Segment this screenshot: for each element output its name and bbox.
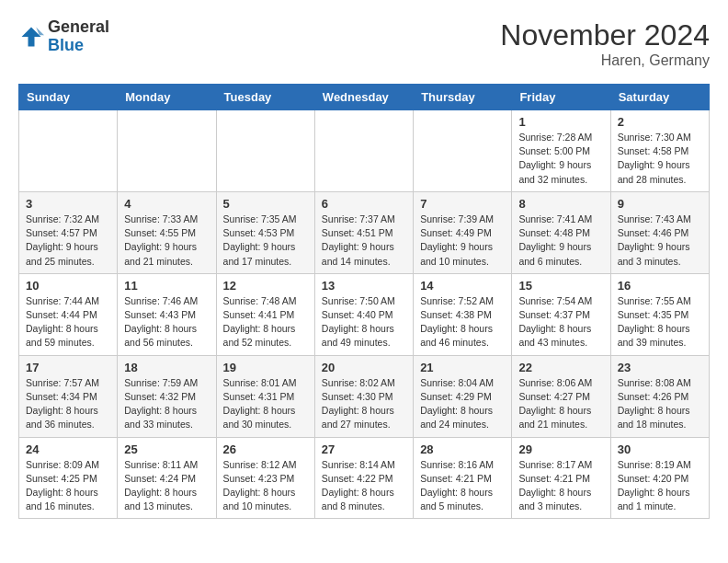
table-cell: 10Sunrise: 7:44 AMSunset: 4:44 PMDayligh… [19,273,118,355]
table-cell [414,110,512,192]
table-cell: 30Sunrise: 8:19 AMSunset: 4:20 PMDayligh… [610,437,709,519]
table-cell: 12Sunrise: 7:48 AMSunset: 4:41 PMDayligh… [216,273,314,355]
day-number: 5 [223,197,308,211]
day-number: 29 [518,442,603,456]
day-number: 20 [322,361,406,374]
title-block: November 2024 Haren, Germany [500,18,710,69]
week-row-1: 1Sunrise: 7:28 AMSunset: 5:00 PMDaylight… [19,110,710,192]
day-info: Sunrise: 7:46 AMSunset: 4:43 PMDaylight:… [124,294,209,350]
day-info: Sunrise: 7:39 AMSunset: 4:49 PMDaylight:… [420,213,505,269]
day-number: 4 [124,197,209,211]
day-info: Sunrise: 8:11 AMSunset: 4:24 PMDaylight:… [124,458,209,514]
day-info: Sunrise: 8:02 AMSunset: 4:30 PMDaylight:… [322,376,406,432]
day-number: 26 [223,442,308,456]
day-info: Sunrise: 8:14 AMSunset: 4:22 PMDaylight:… [322,458,406,514]
table-cell: 6Sunrise: 7:37 AMSunset: 4:51 PMDaylight… [314,191,413,273]
table-cell: 2Sunrise: 7:30 AMSunset: 4:58 PMDaylight… [610,110,709,192]
day-info: Sunrise: 7:52 AMSunset: 4:38 PMDaylight:… [420,294,505,350]
day-number: 25 [124,442,209,456]
location: Haren, Germany [500,52,710,69]
day-info: Sunrise: 7:44 AMSunset: 4:44 PMDaylight:… [26,294,110,350]
day-info: Sunrise: 7:35 AMSunset: 4:53 PMDaylight:… [223,213,308,269]
day-info: Sunrise: 8:16 AMSunset: 4:21 PMDaylight:… [420,458,505,514]
day-number: 11 [124,279,209,293]
day-number: 22 [518,361,603,374]
day-number: 30 [618,442,702,456]
day-number: 3 [26,197,110,211]
table-cell: 17Sunrise: 7:57 AMSunset: 4:34 PMDayligh… [19,355,118,437]
day-info: Sunrise: 7:33 AMSunset: 4:55 PMDaylight:… [124,213,209,269]
day-info: Sunrise: 8:19 AMSunset: 4:20 PMDaylight:… [618,458,702,514]
day-number: 23 [618,361,702,374]
day-number: 7 [420,197,505,211]
day-number: 12 [223,279,308,293]
day-info: Sunrise: 8:08 AMSunset: 4:26 PMDaylight:… [618,376,702,432]
logo-icon [18,24,44,50]
table-cell: 11Sunrise: 7:46 AMSunset: 4:43 PMDayligh… [118,273,216,355]
day-number: 18 [124,361,209,374]
table-cell [314,110,413,192]
logo-text: General Blue [48,18,109,55]
day-number: 21 [420,361,505,374]
col-tuesday: Tuesday [216,85,314,110]
logo: General Blue [18,18,109,55]
table-cell: 24Sunrise: 8:09 AMSunset: 4:25 PMDayligh… [19,437,118,519]
day-number: 9 [618,197,702,211]
day-info: Sunrise: 7:54 AMSunset: 4:37 PMDaylight:… [518,294,603,350]
table-cell: 23Sunrise: 8:08 AMSunset: 4:26 PMDayligh… [610,355,709,437]
day-info: Sunrise: 8:09 AMSunset: 4:25 PMDaylight:… [26,458,110,514]
table-cell: 20Sunrise: 8:02 AMSunset: 4:30 PMDayligh… [314,355,413,437]
day-info: Sunrise: 8:01 AMSunset: 4:31 PMDaylight:… [223,376,308,432]
header-row: Sunday Monday Tuesday Wednesday Thursday… [19,85,710,110]
table-cell: 3Sunrise: 7:32 AMSunset: 4:57 PMDaylight… [19,191,118,273]
day-info: Sunrise: 7:59 AMSunset: 4:32 PMDaylight:… [124,376,209,432]
day-number: 19 [223,361,308,374]
table-cell: 29Sunrise: 8:17 AMSunset: 4:21 PMDayligh… [512,437,610,519]
table-cell [19,110,118,192]
day-info: Sunrise: 7:28 AMSunset: 5:00 PMDaylight:… [518,131,603,187]
day-number: 13 [322,279,406,293]
day-number: 28 [420,442,505,456]
day-number: 8 [518,197,603,211]
table-cell: 21Sunrise: 8:04 AMSunset: 4:29 PMDayligh… [414,355,512,437]
col-monday: Monday [118,85,216,110]
calendar-table: Sunday Monday Tuesday Wednesday Thursday… [18,84,710,519]
table-cell: 28Sunrise: 8:16 AMSunset: 4:21 PMDayligh… [414,437,512,519]
day-number: 1 [518,115,603,129]
week-row-3: 10Sunrise: 7:44 AMSunset: 4:44 PMDayligh… [19,273,710,355]
table-cell: 5Sunrise: 7:35 AMSunset: 4:53 PMDaylight… [216,191,314,273]
table-cell: 4Sunrise: 7:33 AMSunset: 4:55 PMDaylight… [118,191,216,273]
day-info: Sunrise: 7:37 AMSunset: 4:51 PMDaylight:… [322,213,406,269]
day-number: 14 [420,279,505,293]
day-info: Sunrise: 8:06 AMSunset: 4:27 PMDaylight:… [518,376,603,432]
col-friday: Friday [512,85,610,110]
table-cell [216,110,314,192]
day-number: 17 [26,361,110,374]
day-info: Sunrise: 8:12 AMSunset: 4:23 PMDaylight:… [223,458,308,514]
col-wednesday: Wednesday [314,85,413,110]
day-number: 6 [322,197,406,211]
table-cell: 27Sunrise: 8:14 AMSunset: 4:22 PMDayligh… [314,437,413,519]
month-title: November 2024 [500,18,710,52]
table-cell: 25Sunrise: 8:11 AMSunset: 4:24 PMDayligh… [118,437,216,519]
day-number: 27 [322,442,406,456]
week-row-4: 17Sunrise: 7:57 AMSunset: 4:34 PMDayligh… [19,355,710,437]
day-info: Sunrise: 7:50 AMSunset: 4:40 PMDaylight:… [322,294,406,350]
day-info: Sunrise: 7:55 AMSunset: 4:35 PMDaylight:… [618,294,702,350]
day-info: Sunrise: 7:32 AMSunset: 4:57 PMDaylight:… [26,213,110,269]
table-cell [118,110,216,192]
week-row-5: 24Sunrise: 8:09 AMSunset: 4:25 PMDayligh… [19,437,710,519]
table-cell: 19Sunrise: 8:01 AMSunset: 4:31 PMDayligh… [216,355,314,437]
day-info: Sunrise: 7:48 AMSunset: 4:41 PMDaylight:… [223,294,308,350]
day-number: 24 [26,442,110,456]
table-cell: 14Sunrise: 7:52 AMSunset: 4:38 PMDayligh… [414,273,512,355]
day-number: 10 [26,279,110,293]
day-info: Sunrise: 7:57 AMSunset: 4:34 PMDaylight:… [26,376,110,432]
day-info: Sunrise: 8:17 AMSunset: 4:21 PMDaylight:… [518,458,603,514]
page-header: General Blue November 2024 Haren, German… [18,18,710,69]
table-cell: 7Sunrise: 7:39 AMSunset: 4:49 PMDaylight… [414,191,512,273]
day-info: Sunrise: 7:41 AMSunset: 4:48 PMDaylight:… [518,213,603,269]
col-sunday: Sunday [19,85,118,110]
week-row-2: 3Sunrise: 7:32 AMSunset: 4:57 PMDaylight… [19,191,710,273]
col-thursday: Thursday [414,85,512,110]
